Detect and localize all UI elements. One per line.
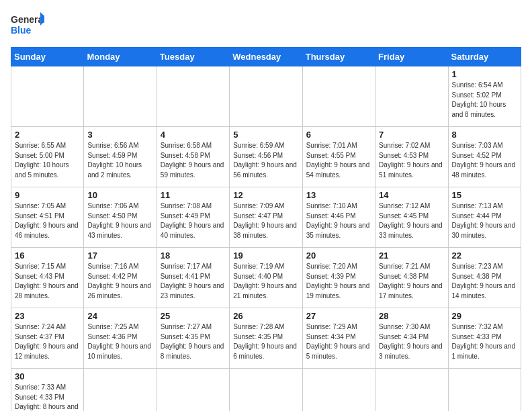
calendar-week-5: 23Sunrise: 7:24 AM Sunset: 4:37 PM Dayli… [11,308,521,369]
weekday-header-monday: Monday [84,48,157,66]
calendar-cell [11,66,84,127]
calendar-week-6: 30Sunrise: 7:33 AM Sunset: 4:33 PM Dayli… [11,369,521,412]
calendar-cell [157,66,229,127]
day-number: 21 [379,250,444,261]
day-number: 27 [306,311,371,321]
weekday-header-friday: Friday [375,48,448,66]
day-info: Sunrise: 7:09 AM Sunset: 4:47 PM Dayligh… [233,201,298,240]
day-number: 22 [452,250,517,261]
calendar-cell: 29Sunrise: 7:32 AM Sunset: 4:33 PM Dayli… [448,308,521,369]
calendar-cell: 25Sunrise: 7:27 AM Sunset: 4:35 PM Dayli… [157,308,229,369]
day-number: 7 [379,130,444,140]
calendar-cell: 13Sunrise: 7:10 AM Sunset: 4:46 PM Dayli… [302,187,375,248]
day-number: 16 [15,250,80,261]
calendar-week-3: 9Sunrise: 7:05 AM Sunset: 4:51 PM Daylig… [11,187,521,248]
day-number: 24 [87,311,152,321]
day-number: 5 [233,130,298,140]
page-header: General Blue [11,11,521,40]
calendar-cell: 4Sunrise: 6:58 AM Sunset: 4:58 PM Daylig… [157,127,229,187]
calendar-week-2: 2Sunrise: 6:55 AM Sunset: 5:00 PM Daylig… [11,127,521,187]
day-number: 4 [161,130,226,140]
calendar-cell: 23Sunrise: 7:24 AM Sunset: 4:37 PM Dayli… [11,308,84,369]
weekday-header-sunday: Sunday [11,48,84,66]
day-number: 1 [452,69,517,79]
day-info: Sunrise: 6:55 AM Sunset: 5:00 PM Dayligh… [15,141,80,180]
day-number: 20 [306,250,371,261]
calendar-cell: 17Sunrise: 7:16 AM Sunset: 4:42 PM Dayli… [84,248,157,308]
day-info: Sunrise: 7:21 AM Sunset: 4:38 PM Dayligh… [379,262,444,301]
calendar-cell: 28Sunrise: 7:30 AM Sunset: 4:34 PM Dayli… [375,308,448,369]
calendar-cell: 26Sunrise: 7:28 AM Sunset: 4:35 PM Dayli… [230,308,302,369]
day-info: Sunrise: 7:32 AM Sunset: 4:33 PM Dayligh… [452,322,517,361]
day-info: Sunrise: 7:12 AM Sunset: 4:45 PM Dayligh… [379,201,444,240]
day-info: Sunrise: 7:24 AM Sunset: 4:37 PM Dayligh… [15,322,80,361]
day-info: Sunrise: 6:54 AM Sunset: 5:02 PM Dayligh… [452,81,517,120]
day-number: 28 [379,311,444,321]
calendar-cell: 18Sunrise: 7:17 AM Sunset: 4:41 PM Dayli… [157,248,229,308]
day-info: Sunrise: 7:29 AM Sunset: 4:34 PM Dayligh… [306,322,371,361]
day-info: Sunrise: 7:13 AM Sunset: 4:44 PM Dayligh… [452,201,517,240]
day-number: 30 [15,371,80,381]
calendar-cell: 9Sunrise: 7:05 AM Sunset: 4:51 PM Daylig… [11,187,84,248]
calendar-cell: 10Sunrise: 7:06 AM Sunset: 4:50 PM Dayli… [84,187,157,248]
day-info: Sunrise: 7:05 AM Sunset: 4:51 PM Dayligh… [15,201,80,240]
day-info: Sunrise: 7:16 AM Sunset: 4:42 PM Dayligh… [87,262,152,301]
calendar-cell [302,369,375,412]
calendar-cell: 3Sunrise: 6:56 AM Sunset: 4:59 PM Daylig… [84,127,157,187]
calendar-cell: 27Sunrise: 7:29 AM Sunset: 4:34 PM Dayli… [302,308,375,369]
calendar-cell: 19Sunrise: 7:19 AM Sunset: 4:40 PM Dayli… [230,248,302,308]
calendar-cell [375,66,448,127]
calendar-cell: 5Sunrise: 6:59 AM Sunset: 4:56 PM Daylig… [230,127,302,187]
day-number: 15 [452,190,517,200]
day-number: 6 [306,130,371,140]
day-info: Sunrise: 7:08 AM Sunset: 4:49 PM Dayligh… [161,201,226,240]
calendar-cell: 6Sunrise: 7:01 AM Sunset: 4:55 PM Daylig… [302,127,375,187]
calendar-cell: 15Sunrise: 7:13 AM Sunset: 4:44 PM Dayli… [448,187,521,248]
day-number: 18 [161,250,226,261]
day-number: 3 [87,130,152,140]
day-info: Sunrise: 7:27 AM Sunset: 4:35 PM Dayligh… [161,322,226,361]
calendar-cell: 12Sunrise: 7:09 AM Sunset: 4:47 PM Dayli… [230,187,302,248]
day-info: Sunrise: 7:10 AM Sunset: 4:46 PM Dayligh… [306,201,371,240]
calendar-cell: 14Sunrise: 7:12 AM Sunset: 4:45 PM Dayli… [375,187,448,248]
calendar-cell [230,66,302,127]
day-number: 13 [306,190,371,200]
calendar-cell: 16Sunrise: 7:15 AM Sunset: 4:43 PM Dayli… [11,248,84,308]
svg-text:Blue: Blue [11,25,32,36]
day-number: 9 [15,190,80,200]
calendar-week-4: 16Sunrise: 7:15 AM Sunset: 4:43 PM Dayli… [11,248,521,308]
weekday-header-thursday: Thursday [302,48,375,66]
calendar-cell [230,369,302,412]
weekday-header-row: SundayMondayTuesdayWednesdayThursdayFrid… [11,48,521,66]
calendar-cell [84,66,157,127]
day-info: Sunrise: 7:17 AM Sunset: 4:41 PM Dayligh… [161,262,226,301]
day-number: 8 [452,130,517,140]
calendar-cell: 7Sunrise: 7:02 AM Sunset: 4:53 PM Daylig… [375,127,448,187]
calendar-cell: 24Sunrise: 7:25 AM Sunset: 4:36 PM Dayli… [84,308,157,369]
day-number: 26 [233,311,298,321]
weekday-header-tuesday: Tuesday [157,48,229,66]
logo-svg: General Blue [11,11,44,40]
day-number: 23 [15,311,80,321]
calendar-week-1: 1Sunrise: 6:54 AM Sunset: 5:02 PM Daylig… [11,66,521,127]
weekday-header-saturday: Saturday [448,48,521,66]
logo: General Blue [11,11,44,40]
day-info: Sunrise: 7:03 AM Sunset: 4:52 PM Dayligh… [452,141,517,180]
calendar-cell [375,369,448,412]
calendar-cell: 1Sunrise: 6:54 AM Sunset: 5:02 PM Daylig… [448,66,521,127]
day-info: Sunrise: 7:01 AM Sunset: 4:55 PM Dayligh… [306,141,371,180]
day-info: Sunrise: 6:56 AM Sunset: 4:59 PM Dayligh… [87,141,152,180]
day-info: Sunrise: 7:28 AM Sunset: 4:35 PM Dayligh… [233,322,298,361]
calendar-cell [302,66,375,127]
day-info: Sunrise: 7:25 AM Sunset: 4:36 PM Dayligh… [87,322,152,361]
svg-text:General: General [11,14,44,25]
calendar-cell: 30Sunrise: 7:33 AM Sunset: 4:33 PM Dayli… [11,369,84,412]
day-number: 2 [15,130,80,140]
calendar-cell [448,369,521,412]
day-number: 10 [87,190,152,200]
day-info: Sunrise: 7:23 AM Sunset: 4:38 PM Dayligh… [452,262,517,301]
calendar-cell: 8Sunrise: 7:03 AM Sunset: 4:52 PM Daylig… [448,127,521,187]
day-info: Sunrise: 7:19 AM Sunset: 4:40 PM Dayligh… [233,262,298,301]
day-number: 19 [233,250,298,261]
day-info: Sunrise: 7:20 AM Sunset: 4:39 PM Dayligh… [306,262,371,301]
